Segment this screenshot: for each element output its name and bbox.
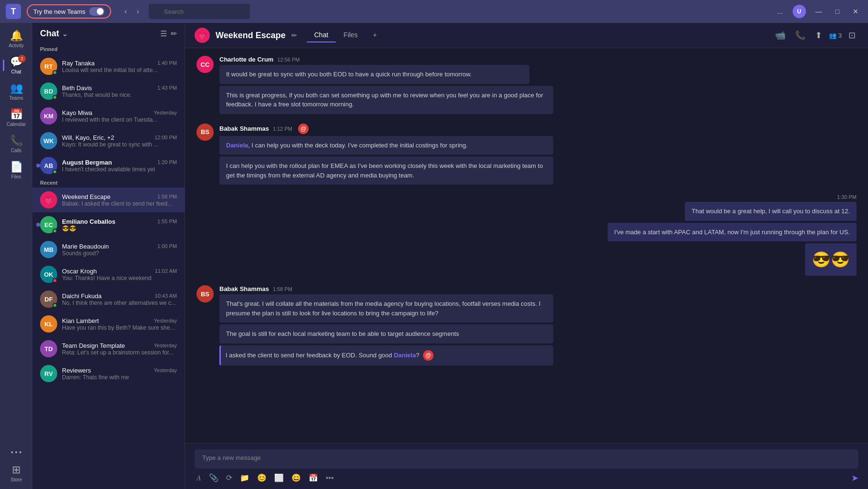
message-content: Babak Shammas 1:12 PM @ Daniela, I can h…	[219, 124, 857, 187]
share-button[interactable]: ⬆	[812, 28, 825, 42]
chat-dropdown-icon[interactable]: ⌄	[62, 30, 68, 38]
chat-preview: Darren: Thats fine with me	[62, 374, 177, 381]
loop-button[interactable]: ⟳	[224, 472, 234, 483]
message-sender: Babak Shammas	[219, 285, 269, 292]
chat-preview: Thanks, that would be nice.	[62, 92, 177, 98]
chat-name: Kayo Miwa	[62, 109, 93, 116]
format-button[interactable]: 𝐴	[195, 473, 203, 483]
title-bar: T Try the new Teams ‹ › 🔍 ... U — □ ✕	[0, 0, 868, 23]
toggle-switch[interactable]	[89, 7, 104, 16]
tab-add[interactable]: +	[365, 28, 384, 42]
user-avatar[interactable]: U	[793, 5, 806, 18]
chat-group-icon: 💗	[195, 28, 210, 43]
list-item[interactable]: KM Kayo Miwa Yesterday I reviewed with t…	[32, 104, 185, 128]
sidebar-item-files[interactable]: 📄 Files	[3, 158, 30, 182]
main-layout: 🔔 Activity 2 💬 Chat 👥 Teams 📅 Calendar 📞…	[0, 23, 868, 489]
status-indicator	[52, 95, 57, 100]
mention-text: Daniela	[394, 352, 416, 359]
schedule-button[interactable]: 📅	[307, 472, 320, 483]
avatar: 💗	[40, 191, 57, 208]
list-item[interactable]: KL Kian Lambert Yesterday Have you ran t…	[32, 312, 185, 336]
chat-name: Emiliano Ceballos	[62, 218, 115, 225]
message-bubble: The goal is still for each local marketi…	[219, 324, 553, 343]
chat-info: Emiliano Ceballos 1:55 PM 😎😎	[62, 218, 177, 232]
emoji-button[interactable]: 😊	[255, 472, 269, 483]
chat-name: Reviewers	[62, 367, 91, 374]
avatar: EC	[40, 216, 57, 233]
filter-button[interactable]: ☰	[160, 29, 167, 38]
try-new-teams-label: Try the new Teams	[33, 8, 85, 15]
video-call-button[interactable]: 📹	[772, 28, 788, 42]
chat-preview: I haven't checked available times yet	[62, 166, 177, 173]
message-time: 12:56 PM	[277, 57, 300, 62]
chat-time: 1:43 PM	[157, 85, 177, 91]
list-item[interactable]: 💗 Weekend Escape 1:58 PM Babak: I asked …	[32, 187, 185, 212]
audio-call-button[interactable]: 📞	[792, 28, 808, 42]
minimize-button[interactable]: —	[812, 6, 826, 17]
message-content: Charlotte de Crum 12:56 PM It would be g…	[219, 56, 857, 116]
maximize-button[interactable]: □	[832, 6, 843, 17]
panel-button[interactable]: ⊡	[846, 28, 858, 42]
avatar: RT	[40, 58, 57, 75]
send-button[interactable]: ➤	[851, 473, 858, 483]
list-item[interactable]: DF Daichi Fukuda 10:43 AM No, I think th…	[32, 287, 185, 312]
gif-button[interactable]: ⬜	[272, 472, 286, 483]
emoji-content: 😎😎	[812, 251, 850, 268]
file-button[interactable]: 📁	[238, 472, 251, 483]
list-item[interactable]: OK Oscar Krogh 11:02 AM You: Thanks! Hav…	[32, 262, 185, 287]
list-item[interactable]: RT Ray Tanaka 1:40 PM Louisa will send t…	[32, 54, 185, 79]
sidebar-item-activity[interactable]: 🔔 Activity	[3, 27, 30, 51]
status-indicator	[52, 169, 57, 174]
chat-list-header: Chat ⌄ ☰ ✏	[32, 23, 185, 44]
chat-name: Weekend Escape	[62, 193, 111, 200]
avatar: BS	[196, 285, 214, 302]
attach-button[interactable]: 📎	[207, 472, 220, 483]
try-new-teams-button[interactable]: Try the new Teams	[27, 4, 111, 19]
header-right: 📹 📞 ⬆ 👥 3 ⊡	[772, 28, 858, 42]
calls-label: Calls	[11, 148, 21, 153]
sidebar-item-chat[interactable]: 2 💬 Chat	[3, 53, 30, 77]
mention-text: Daniela	[226, 142, 248, 149]
message-header: Charlotte de Crum 12:56 PM	[219, 56, 857, 63]
close-button[interactable]: ✕	[849, 6, 862, 17]
chat-info: Will, Kayo, Eric, +2 12:00 PM Kayo: It w…	[62, 134, 177, 148]
tab-files[interactable]: Files	[336, 28, 365, 42]
list-item[interactable]: RV Reviewers Yesterday Darren: Thats fin…	[32, 361, 185, 386]
sidebar-item-teams[interactable]: 👥 Teams	[3, 79, 30, 104]
back-button[interactable]: ‹	[121, 5, 131, 18]
sticker-button[interactable]: 😄	[289, 472, 303, 483]
nav-arrows: ‹ ›	[121, 5, 143, 18]
chat-preview: 😎😎	[62, 225, 177, 232]
new-chat-button[interactable]: ✏	[171, 29, 177, 38]
forward-button[interactable]: ›	[133, 5, 143, 18]
tab-chat[interactable]: Chat	[307, 28, 336, 42]
list-item[interactable]: BD Beth Davis 1:43 PM Thanks, that would…	[32, 79, 185, 104]
list-item[interactable]: MB Marie Beaudouin 1:00 PM Sounds good?	[32, 237, 185, 262]
list-item[interactable]: WK Will, Kayo, Eric, +2 12:00 PM Kayo: I…	[32, 128, 185, 153]
sidebar-item-more[interactable]: • • •	[3, 446, 30, 459]
sidebar-item-store[interactable]: ⊞ Store	[3, 461, 30, 485]
sidebar-item-calendar[interactable]: 📅 Calendar	[3, 105, 30, 130]
avatar: KL	[40, 315, 57, 333]
message-time: 1:30 PM	[837, 194, 857, 200]
chat-preview: Babak: I asked the client to send her fe…	[62, 200, 177, 207]
avatar: RV	[40, 365, 57, 382]
chat-list-title-text: Chat	[40, 29, 59, 39]
list-item[interactable]: TD Team Design Template Yesterday Reta: …	[32, 336, 185, 361]
edit-title-icon[interactable]: ✏	[291, 31, 297, 39]
message-group: BS Babak Shammas 1:58 PM That's great. I…	[196, 285, 857, 367]
more-tools-button[interactable]: •••	[324, 473, 336, 483]
more-options-button[interactable]: ...	[774, 6, 787, 17]
search-input[interactable]	[149, 4, 250, 19]
chat-name: Oscar Krogh	[62, 268, 97, 275]
message-bubble: This is great progress, if you both can …	[219, 86, 553, 114]
chat-preview: Louisa will send the initial list of att…	[62, 67, 177, 73]
list-item[interactable]: AB August Bergman 1:20 PM I haven't chec…	[32, 153, 185, 178]
sidebar-item-calls[interactable]: 📞 Calls	[3, 132, 30, 156]
chat-time: 1:55 PM	[157, 218, 177, 224]
list-item[interactable]: EC Emiliano Ceballos 1:55 PM 😎😎	[32, 212, 185, 237]
files-label: Files	[11, 174, 21, 179]
message-input[interactable]: Type a new message	[195, 449, 858, 468]
chat-label: Chat	[11, 69, 21, 74]
chat-time: Yesterday	[154, 318, 177, 323]
